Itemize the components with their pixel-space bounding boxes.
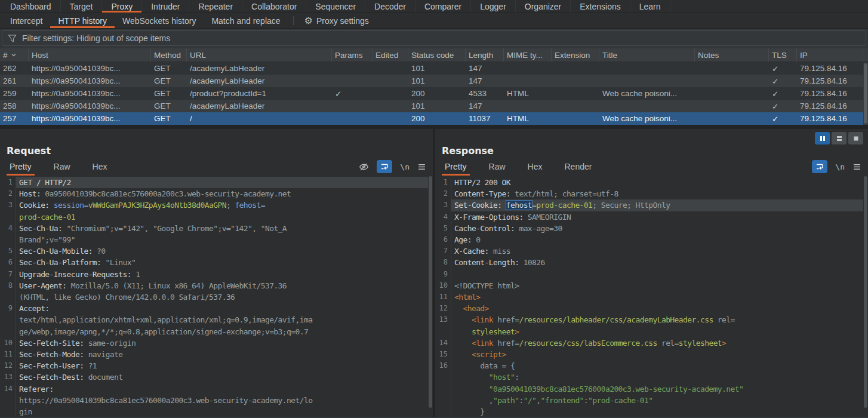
tab-render[interactable]: Render <box>562 158 595 176</box>
column-header-edited[interactable]: Edited <box>373 48 408 62</box>
cell-method: GET <box>151 87 187 100</box>
menu-item-logger[interactable]: Logger <box>471 0 516 13</box>
hide-nonprintable-icon[interactable] <box>359 162 369 172</box>
cell-tls: ✓ <box>769 112 797 125</box>
column-header-length[interactable]: Length <box>466 48 504 62</box>
menu-item-intruder[interactable]: Intruder <box>142 0 189 13</box>
cell-edited <box>373 87 408 100</box>
line-content: ge/webp,image/apng,*/*;q=0.8,application… <box>16 326 433 337</box>
line-number: 10 <box>435 280 451 291</box>
table-row[interactable]: 259https://0a950041039bc...GET/product?p… <box>0 87 868 100</box>
word-wrap-toggle[interactable] <box>812 160 827 173</box>
column-header-label: Notes <box>698 51 719 60</box>
table-scrollbar[interactable] <box>863 63 868 125</box>
cell-status-code: 200 <box>408 112 466 125</box>
sort-desc-icon <box>11 52 17 58</box>
table-row[interactable]: 261https://0a950041039bc...GET/academyLa… <box>0 75 868 87</box>
tab-hex[interactable]: Hex <box>525 158 546 176</box>
word-wrap-icon <box>815 162 824 171</box>
main-menu-bar: DashboardTargetProxyIntruderRepeaterColl… <box>0 0 868 13</box>
cell-tls: ✓ <box>769 87 797 100</box>
column-header-ip[interactable]: IP <box>797 48 863 62</box>
cell--: 258 <box>0 100 29 112</box>
tab-raw[interactable]: Raw <box>51 158 73 176</box>
line-content: Age: 0 <box>451 234 868 245</box>
sub-tab-http-history[interactable]: HTTP history <box>50 13 114 28</box>
line-content: (KHTML, like Gecko) Chrome/142.0.0.0 Saf… <box>16 291 433 303</box>
editor-line: 8Content-Length: 10826 <box>435 257 868 268</box>
menu-item-dashboard[interactable]: Dashboard <box>1 0 61 13</box>
tab-hex[interactable]: Hex <box>90 158 110 176</box>
layout-single-button[interactable] <box>848 132 863 145</box>
tab-pretty[interactable]: Pretty <box>442 158 470 176</box>
line-content: } <box>451 406 868 417</box>
sub-tab-intercept[interactable]: Intercept <box>2 13 50 28</box>
response-editor[interactable]: 1HTTP/2 200 OK2Content-Type: text/html; … <box>435 176 868 417</box>
line-number: 10 <box>0 337 16 349</box>
column-header-url[interactable]: URL <box>187 48 332 62</box>
request-pane-title: Request <box>7 145 433 157</box>
menu-item-extensions[interactable]: Extensions <box>571 0 630 13</box>
editor-line: "host": <box>435 371 868 383</box>
sub-tab-websockets-history[interactable]: WebSockets history <box>115 13 204 28</box>
cell-notes <box>695 100 769 112</box>
cell-status-code: 200 <box>408 87 466 100</box>
column-header-params[interactable]: Params <box>332 48 373 62</box>
cell-tls: ✓ <box>769 62 797 75</box>
cell-params <box>332 75 373 87</box>
request-editor[interactable]: 1GET / HTTP/22Host: 0a950041039bc8ca81ec… <box>0 176 433 417</box>
tab-raw[interactable]: Raw <box>486 158 509 176</box>
line-content: Referer: <box>16 383 433 395</box>
menu-item-collaborator[interactable]: Collaborator <box>242 0 306 13</box>
line-content: Sec-Fetch-Mode: navigate <box>16 349 433 360</box>
column-header-method[interactable]: Method <box>151 48 187 62</box>
sub-tab-match-and-replace[interactable]: Match and replace <box>204 13 288 28</box>
menu-item-organizer[interactable]: Organizer <box>516 0 571 13</box>
table-row[interactable]: 258https://0a950041039bc...GET/academyLa… <box>0 100 868 112</box>
column-header-title[interactable]: Title <box>599 48 695 62</box>
line-number: 1 <box>435 177 451 188</box>
editor-line: 3Set-Cookie: fehost=prod-cache-01; Secur… <box>435 199 868 211</box>
line-content: "0a950041039bc8ca81ec576000a200c3.web-se… <box>451 383 868 395</box>
table-scrollbar-thumb[interactable] <box>864 63 867 124</box>
menu-item-target[interactable]: Target <box>61 0 103 13</box>
request-scrollbar[interactable] <box>428 176 433 417</box>
editor-line: 4X-Frame-Options: SAMEORIGIN <box>435 211 868 223</box>
column-header-label: Edited <box>375 51 398 60</box>
proxy-settings-button[interactable]: ⚙ Proxy settings <box>298 13 375 28</box>
menu-item-comparer[interactable]: Comparer <box>415 0 471 13</box>
menu-item-repeater[interactable]: Repeater <box>189 0 242 13</box>
table-row[interactable]: 262https://0a950041039bc...GET/academyLa… <box>0 62 868 75</box>
line-number: 5 <box>0 245 16 257</box>
show-newlines-toggle[interactable]: \n <box>400 162 410 171</box>
line-number: 8 <box>435 257 451 268</box>
editor-line: ,"path":"/","frontend":"prod-cache-01" <box>435 395 868 406</box>
column-header-status-code[interactable]: Status code <box>408 48 466 62</box>
column-header-label: Extension <box>555 51 590 60</box>
cell-ip: 79.125.84.16 <box>797 112 863 125</box>
menu-item-decoder[interactable]: Decoder <box>365 0 415 13</box>
column-header-mime-ty-[interactable]: MIME ty... <box>504 48 552 62</box>
column-header-tls[interactable]: TLS <box>769 48 797 62</box>
response-scrollbar[interactable] <box>863 176 868 417</box>
column-header--[interactable]: # <box>0 48 29 62</box>
menu-item-proxy[interactable]: Proxy <box>102 0 142 13</box>
line-number: 4 <box>0 223 16 234</box>
line-content: Upgrade-Insecure-Requests: 1 <box>16 269 433 280</box>
menu-item-learn[interactable]: Learn <box>630 0 670 13</box>
column-header-extension[interactable]: Extension <box>552 48 599 62</box>
horizontal-splitter[interactable] <box>0 125 868 129</box>
word-wrap-toggle[interactable] <box>377 160 392 173</box>
line-number: 14 <box>435 337 451 349</box>
layout-rows-button[interactable] <box>832 132 847 145</box>
table-row[interactable]: 257https://0a950041039bc...GET/20011037H… <box>0 112 868 125</box>
column-header-host[interactable]: Host <box>29 48 151 62</box>
tab-pretty[interactable]: Pretty <box>7 158 35 176</box>
column-header-notes[interactable]: Notes <box>695 48 769 62</box>
editor-menu-icon[interactable] <box>417 162 426 171</box>
layout-columns-button[interactable] <box>815 132 830 145</box>
filter-settings-bar[interactable]: Filter settings: Hiding out of scope ite… <box>2 30 866 46</box>
menu-item-sequencer[interactable]: Sequencer <box>306 0 365 13</box>
show-newlines-toggle[interactable]: \n <box>835 162 845 171</box>
editor-menu-icon[interactable] <box>852 162 861 171</box>
